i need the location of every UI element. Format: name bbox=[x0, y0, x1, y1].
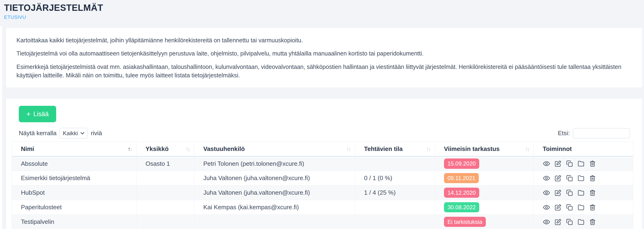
edit-button[interactable] bbox=[554, 204, 562, 211]
table-row: Paperitulosteet Kai Kempas (kai.kempas@x… bbox=[12, 200, 633, 215]
eye-icon bbox=[543, 174, 550, 182]
view-button[interactable] bbox=[543, 174, 550, 182]
eye-icon bbox=[543, 218, 550, 226]
chevron-down-icon bbox=[80, 132, 84, 134]
view-button[interactable] bbox=[543, 218, 550, 226]
copy-button[interactable] bbox=[566, 204, 573, 211]
delete-button[interactable] bbox=[589, 218, 596, 226]
name-cell: Testipalvelin bbox=[12, 215, 136, 229]
column-header-tasks[interactable]: Tehtävien tila ↑↓ bbox=[355, 142, 435, 156]
page-header: TIETOJÄRJESTELMÄT ETUSIVU bbox=[4, 3, 644, 20]
folder-icon bbox=[577, 160, 585, 168]
edit-icon bbox=[554, 174, 562, 182]
table-header-row: Nimi ↑↓ Yksikkö ↑↓ Vastuuhenkilö ↑ bbox=[12, 142, 633, 156]
last-check-cell: 30.08.2022 bbox=[435, 200, 534, 215]
edit-button[interactable] bbox=[554, 160, 562, 168]
copy-icon bbox=[566, 174, 573, 182]
intro-card: Kartoittakaa kaikki tietojärjestelmät, j… bbox=[6, 28, 642, 88]
status-badge: Ei tarkistuksia bbox=[444, 217, 486, 227]
edit-icon bbox=[554, 218, 562, 226]
tasks-cell bbox=[355, 156, 435, 171]
trash-icon bbox=[589, 160, 596, 168]
eye-icon bbox=[543, 204, 550, 211]
owner-cell: Kai Kempas (kai.kempas@xcure.fi) bbox=[194, 200, 355, 215]
add-button-label: Lisää bbox=[34, 110, 49, 118]
delete-button[interactable] bbox=[589, 160, 596, 168]
column-label: Vastuuhenkilö bbox=[203, 145, 245, 152]
left-edge-strip bbox=[0, 26, 2, 229]
table-controls: Näytä kerralla Kaikki riviä Etsi: bbox=[19, 128, 633, 138]
breadcrumb-link[interactable]: ETUSIVU bbox=[4, 14, 26, 20]
trash-icon bbox=[589, 218, 596, 226]
folder-button[interactable] bbox=[577, 160, 585, 168]
owner-cell bbox=[194, 215, 355, 229]
actions-cell bbox=[534, 215, 633, 229]
edit-icon bbox=[554, 204, 562, 211]
add-button[interactable]: + Lisää bbox=[19, 106, 56, 122]
rows-per-page-select[interactable]: Kaikki bbox=[60, 128, 88, 138]
copy-button[interactable] bbox=[566, 174, 573, 182]
view-button[interactable] bbox=[543, 204, 550, 211]
copy-button[interactable] bbox=[566, 218, 573, 226]
folder-icon bbox=[577, 189, 585, 196]
rows-suffix-label: riviä bbox=[91, 130, 102, 137]
column-label: Yksikkö bbox=[146, 145, 168, 152]
edit-button[interactable] bbox=[554, 218, 562, 226]
table-row: Esimerkki tietojärjestelmä Juha Valtonen… bbox=[12, 171, 633, 186]
actions-cell bbox=[534, 186, 633, 200]
last-check-cell: 09.11.2021 bbox=[435, 171, 534, 186]
tasks-cell bbox=[355, 200, 435, 215]
view-button[interactable] bbox=[543, 189, 550, 196]
delete-button[interactable] bbox=[589, 174, 596, 182]
column-label: Toiminnot bbox=[543, 145, 572, 152]
intro-paragraph: Tietojärjestelmä voi olla automaattiseen… bbox=[16, 49, 632, 58]
last-check-cell: Ei tarkistuksia bbox=[435, 215, 534, 229]
edit-button[interactable] bbox=[554, 174, 562, 182]
search-input[interactable] bbox=[573, 128, 630, 138]
tasks-cell: 1 / 4 (25 %) bbox=[355, 186, 435, 200]
column-header-unit[interactable]: Yksikkö ↑↓ bbox=[136, 142, 194, 156]
intro-paragraph: Esimerkkejä tietojärjestelmistä ovat mm.… bbox=[16, 62, 632, 80]
last-check-cell: 14.12.2020 bbox=[435, 186, 534, 200]
column-header-name[interactable]: Nimi ↑↓ bbox=[12, 142, 136, 156]
edit-icon bbox=[554, 189, 562, 196]
page: TIETOJÄRJESTELMÄT ETUSIVU Kartoittakaa k… bbox=[0, 0, 644, 229]
folder-icon bbox=[577, 218, 585, 226]
eye-icon bbox=[543, 189, 550, 196]
folder-button[interactable] bbox=[577, 204, 585, 211]
edit-button[interactable] bbox=[554, 189, 562, 196]
column-header-owner[interactable]: Vastuuhenkilö ↑↓ bbox=[194, 142, 355, 156]
view-button[interactable] bbox=[543, 160, 550, 168]
folder-button[interactable] bbox=[577, 218, 585, 226]
copy-icon bbox=[566, 189, 573, 196]
name-cell: Paperitulosteet bbox=[12, 200, 136, 215]
table-row: HubSpot Juha Valtonen (juha.valtonen@xcu… bbox=[12, 186, 633, 200]
unit-cell: Osasto 1 bbox=[136, 156, 194, 171]
copy-button[interactable] bbox=[566, 189, 573, 196]
sort-icon: ↑↓ bbox=[186, 146, 190, 152]
copy-icon bbox=[566, 204, 573, 211]
table-row: Abssolute Osasto 1 Petri Tolonen (petri.… bbox=[12, 156, 633, 171]
delete-button[interactable] bbox=[589, 189, 596, 196]
column-header-actions: Toiminnot bbox=[534, 142, 633, 156]
tasks-cell: 0 / 1 (0 %) bbox=[355, 171, 435, 186]
rows-per-page-label: Näytä kerralla bbox=[19, 130, 56, 137]
name-cell: HubSpot bbox=[12, 186, 136, 200]
folder-button[interactable] bbox=[577, 174, 585, 182]
actions-cell bbox=[534, 156, 633, 171]
edit-icon bbox=[554, 160, 562, 168]
status-badge: 15.09.2020 bbox=[444, 158, 479, 169]
table-row: Testipalvelin Ei tarkistuksia bbox=[12, 215, 633, 229]
copy-icon bbox=[566, 218, 573, 226]
systems-table: Nimi ↑↓ Yksikkö ↑↓ Vastuuhenkilö ↑ bbox=[12, 142, 633, 229]
trash-icon bbox=[589, 189, 596, 196]
trash-icon bbox=[589, 204, 596, 211]
trash-icon bbox=[589, 174, 596, 182]
delete-button[interactable] bbox=[589, 204, 596, 211]
status-badge: 09.11.2021 bbox=[444, 173, 479, 184]
owner-cell: Juha Valtonen (juha.valtonen@xcure.fi) bbox=[194, 171, 355, 186]
copy-button[interactable] bbox=[566, 160, 573, 168]
column-header-last-check[interactable]: Viimeisin tarkastus ↑↓ bbox=[435, 142, 534, 156]
unit-cell bbox=[136, 200, 194, 215]
folder-button[interactable] bbox=[577, 189, 585, 196]
